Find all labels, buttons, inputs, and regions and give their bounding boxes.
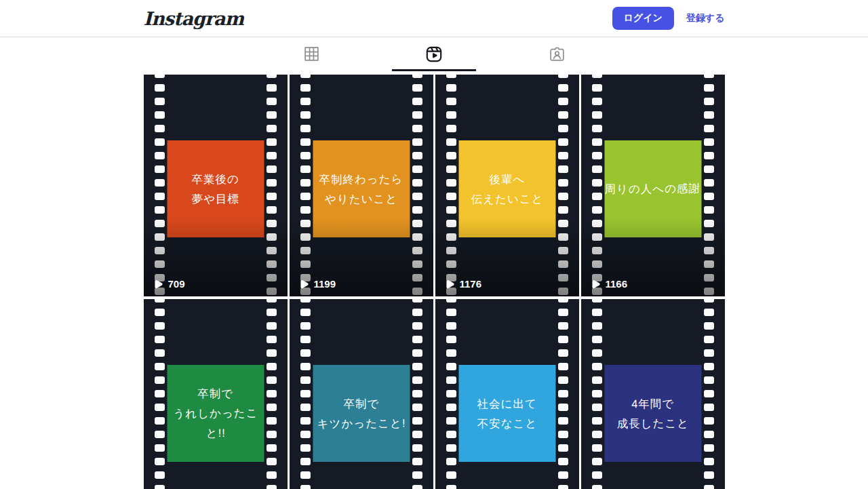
film-perforation bbox=[446, 404, 456, 411]
film-perforation bbox=[155, 471, 165, 479]
reel-title: 卒業後の 夢や目標 bbox=[191, 169, 239, 208]
film-perforation bbox=[300, 404, 311, 411]
film-perforation bbox=[300, 299, 311, 302]
film-perforation bbox=[704, 390, 714, 397]
film-perforation bbox=[558, 322, 568, 330]
film-perforation bbox=[446, 206, 456, 214]
film-perforation bbox=[592, 206, 602, 214]
film-perforation bbox=[267, 138, 277, 146]
tab-posts[interactable] bbox=[302, 45, 320, 63]
film-perforation bbox=[592, 111, 602, 119]
film-perforation bbox=[267, 165, 277, 173]
film-perforation bbox=[267, 363, 277, 370]
reel-cover-square: 卒制で うれしかったこと!! bbox=[167, 365, 264, 462]
film-perforation bbox=[300, 390, 311, 397]
film-perforation bbox=[558, 206, 568, 214]
film-perforation bbox=[300, 485, 311, 489]
film-perforation bbox=[704, 193, 714, 200]
film-perforation bbox=[704, 165, 714, 173]
film-perforation bbox=[267, 125, 277, 132]
film-perforation bbox=[446, 471, 456, 479]
film-perforation bbox=[446, 165, 456, 173]
signup-link[interactable]: 登録する bbox=[686, 12, 725, 24]
filmstrip-perforations-right bbox=[267, 299, 277, 489]
film-perforation bbox=[412, 165, 422, 173]
film-perforation bbox=[592, 404, 602, 411]
film-perforation bbox=[704, 125, 714, 132]
film-perforation bbox=[446, 322, 456, 330]
film-perforation bbox=[155, 363, 165, 370]
film-perforation bbox=[300, 471, 311, 479]
film-perforation bbox=[267, 431, 277, 438]
film-perforation bbox=[592, 179, 602, 187]
film-perforation bbox=[704, 322, 714, 330]
reel-thumbnail[interactable]: 4年間で 成長したこと bbox=[581, 299, 725, 489]
film-perforation bbox=[558, 179, 568, 187]
film-perforation bbox=[267, 322, 277, 330]
film-perforation bbox=[558, 98, 568, 105]
film-perforation bbox=[300, 179, 311, 187]
film-perforation bbox=[155, 179, 165, 187]
film-perforation bbox=[412, 390, 422, 397]
reel-thumbnail[interactable]: 後輩へ 伝えたいこと 1176 bbox=[435, 75, 579, 296]
film-perforation bbox=[558, 299, 568, 302]
film-perforation bbox=[704, 299, 714, 302]
film-perforation bbox=[412, 336, 422, 343]
tab-reels[interactable] bbox=[425, 45, 443, 63]
film-perforation bbox=[267, 152, 277, 159]
film-perforation bbox=[267, 111, 277, 119]
reel-thumbnail[interactable]: 卒制終わったら やりたいこと 1199 bbox=[290, 75, 433, 296]
reel-thumbnail[interactable]: 周りの人への感謝 1166 bbox=[581, 75, 725, 296]
reel-cover-square: 卒制で キツかったこと! bbox=[313, 365, 410, 462]
film-perforation bbox=[446, 431, 456, 438]
reel-view-count: 1166 bbox=[591, 278, 628, 290]
film-perforation bbox=[300, 417, 311, 425]
film-perforation bbox=[558, 152, 568, 159]
film-perforation bbox=[412, 363, 422, 370]
reel-cover-square: 社会に出て 不安なこと bbox=[458, 365, 555, 462]
instagram-logo[interactable]: Instagram bbox=[144, 8, 244, 29]
reel-thumbnail[interactable]: 卒業後の 夢や目標 709 bbox=[144, 75, 288, 296]
film-perforation bbox=[704, 309, 714, 316]
reel-thumbnail[interactable]: 卒制で うれしかったこと!! bbox=[144, 299, 288, 489]
film-perforation bbox=[300, 98, 311, 105]
film-perforation bbox=[300, 376, 311, 384]
film-perforation bbox=[446, 363, 456, 370]
film-perforation bbox=[412, 193, 422, 200]
film-perforation bbox=[592, 390, 602, 397]
reel-title: 卒制で うれしかったこと!! bbox=[167, 384, 264, 444]
reel-view-count: 709 bbox=[154, 278, 185, 290]
film-perforation bbox=[704, 458, 714, 465]
filmstrip-perforations-right bbox=[558, 299, 568, 489]
film-perforation bbox=[592, 84, 602, 92]
tab-tagged[interactable] bbox=[548, 45, 566, 63]
film-perforation bbox=[267, 404, 277, 411]
film-perforation bbox=[592, 193, 602, 200]
film-perforation bbox=[704, 376, 714, 384]
film-perforation bbox=[155, 125, 165, 132]
filmstrip-perforations-left bbox=[300, 299, 311, 489]
film-perforation bbox=[300, 458, 311, 465]
film-perforation bbox=[267, 336, 277, 343]
film-perforation bbox=[300, 84, 311, 92]
film-perforation bbox=[155, 458, 165, 465]
profile-tabs bbox=[0, 37, 868, 75]
play-icon bbox=[154, 279, 163, 289]
film-perforation bbox=[267, 75, 277, 78]
film-perforation bbox=[446, 349, 456, 357]
film-perforation bbox=[558, 376, 568, 384]
film-perforation bbox=[704, 363, 714, 370]
film-perforation bbox=[446, 193, 456, 200]
login-button[interactable]: ログイン bbox=[612, 7, 674, 30]
film-perforation bbox=[412, 322, 422, 330]
reel-thumbnail[interactable]: 卒制で キツかったこと! bbox=[290, 299, 433, 489]
film-perforation bbox=[704, 84, 714, 92]
film-perforation bbox=[412, 309, 422, 316]
film-perforation bbox=[155, 98, 165, 105]
film-perforation bbox=[155, 390, 165, 397]
film-perforation bbox=[704, 431, 714, 438]
grid-icon bbox=[303, 45, 320, 62]
film-perforation bbox=[267, 417, 277, 425]
reel-thumbnail[interactable]: 社会に出て 不安なこと bbox=[435, 299, 579, 489]
film-perforation bbox=[412, 299, 422, 302]
